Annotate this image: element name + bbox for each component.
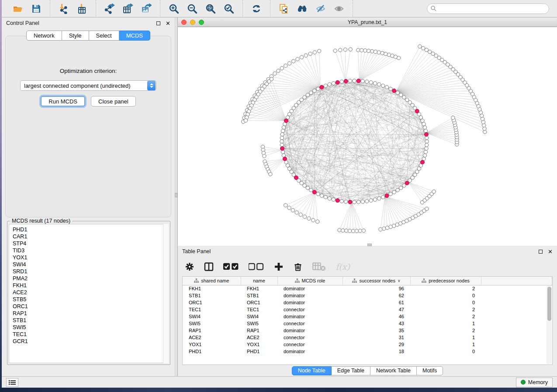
network-node[interactable] [287, 62, 291, 65]
mcds-node[interactable] [385, 194, 389, 198]
network-node[interactable] [423, 154, 426, 157]
mcds-node[interactable] [336, 199, 339, 203]
network-node[interactable] [356, 48, 360, 52]
table-row[interactable]: STB1STB1dominator620 [183, 292, 552, 299]
network-node[interactable] [324, 84, 327, 87]
network-node[interactable] [280, 136, 284, 140]
network-node[interactable] [295, 211, 298, 214]
zoom-fit-icon[interactable] [203, 2, 218, 15]
mcds-result-node[interactable]: PMA2 [13, 275, 168, 282]
network-node[interactable] [316, 192, 320, 196]
mcds-result-node[interactable]: STB5 [13, 296, 168, 303]
delete-column-icon[interactable] [293, 260, 303, 273]
network-node[interactable] [281, 129, 284, 133]
table-row[interactable]: ORC1ORC1dominator610 [183, 299, 552, 306]
network-node[interactable] [277, 69, 280, 72]
network-node[interactable] [424, 150, 427, 154]
column-header-successor-nodes[interactable]: successor nodes∨ [343, 277, 410, 285]
mcds-result-node[interactable]: STP4 [13, 240, 168, 247]
table-options-icon[interactable] [185, 260, 194, 273]
column-header-name[interactable]: name [241, 277, 277, 285]
network-node[interactable] [332, 198, 335, 201]
network-node[interactable] [379, 227, 382, 231]
network-node[interactable] [362, 229, 365, 232]
network-node[interactable] [370, 49, 374, 53]
network-node[interactable] [353, 79, 356, 83]
tab-node-table[interactable]: Node Table [292, 366, 332, 375]
table-row[interactable]: SWI5SWI5connector431 [183, 320, 552, 327]
network-node[interactable] [373, 198, 377, 201]
network-node[interactable] [396, 91, 399, 94]
table-row[interactable]: SWI4SWI4dominator462 [183, 313, 552, 320]
mcds-node[interactable] [280, 147, 284, 151]
network-node[interactable] [385, 86, 388, 89]
network-node[interactable] [296, 57, 299, 61]
network-node[interactable] [313, 89, 316, 93]
network-node[interactable] [355, 229, 358, 233]
mcds-result-node[interactable]: CAR1 [13, 233, 168, 240]
network-node[interactable] [422, 122, 426, 126]
mcds-result-node[interactable]: ORC1 [13, 303, 168, 310]
network-node[interactable] [381, 195, 385, 199]
network-node[interactable] [377, 196, 381, 200]
zoom-in-icon[interactable] [166, 2, 181, 15]
table-row[interactable]: YOX1YOX1connector291 [183, 341, 552, 348]
tab-network-table[interactable]: Network Table [370, 366, 417, 375]
mcds-result-node[interactable]: GCR1 [13, 338, 168, 345]
criterion-dropdown[interactable]: largest connected component (undirected) [20, 80, 156, 91]
network-node[interactable] [341, 229, 345, 232]
mcds-result-list[interactable]: PHD1CAR1STP4TID3YOX1SWI4SRD1PMA2FKH1ACE2… [9, 224, 169, 363]
network-node[interactable] [385, 226, 389, 230]
network-node[interactable] [280, 140, 284, 143]
network-node[interactable] [306, 186, 309, 189]
network-node[interactable] [300, 55, 303, 59]
export-table-icon[interactable] [121, 2, 135, 15]
network-node[interactable] [304, 54, 308, 57]
tab-select[interactable]: Select [89, 31, 119, 41]
panel-menu-button[interactable] [6, 378, 18, 387]
network-node[interactable] [381, 84, 385, 87]
close-panel-icon[interactable]: ✕ [548, 249, 553, 254]
network-node[interactable] [377, 83, 381, 86]
network-node[interactable] [344, 200, 348, 203]
network-node[interactable] [307, 217, 311, 220]
mcds-node[interactable] [284, 119, 288, 123]
network-node[interactable] [332, 82, 335, 85]
network-node[interactable] [349, 48, 352, 51]
save-session-icon[interactable] [29, 2, 44, 15]
network-node[interactable] [361, 79, 364, 83]
network-node[interactable] [425, 147, 428, 150]
mcds-node[interactable] [424, 132, 428, 136]
float-panel-icon[interactable] [539, 250, 543, 254]
network-node[interactable] [263, 154, 266, 158]
mcds-node[interactable] [405, 181, 409, 185]
network-node[interactable] [402, 96, 406, 99]
network-node[interactable] [303, 184, 306, 187]
tab-motifs[interactable]: Motifs [417, 366, 443, 375]
column-header-MCDS-role[interactable]: MCDS role [277, 277, 343, 285]
network-node[interactable] [365, 80, 369, 83]
clear-selection-checkbox-icon[interactable] [249, 260, 264, 273]
tab-edge-table[interactable]: Edge Table [332, 366, 370, 375]
network-node[interactable] [382, 227, 386, 230]
table-row[interactable]: PHD1PHD1dominator180 [183, 348, 552, 355]
network-node[interactable] [344, 229, 348, 232]
mcds-node[interactable] [336, 80, 339, 84]
network-node[interactable] [328, 196, 331, 200]
table-row[interactable]: FKH1FKH1dominator962 [183, 285, 552, 292]
network-node[interactable] [423, 126, 426, 129]
network-node[interactable] [425, 207, 429, 210]
table-row[interactable]: RAP1RAP1dominator352 [183, 327, 552, 334]
mcds-node[interactable] [348, 200, 352, 204]
mcds-result-node[interactable]: RAP1 [13, 310, 168, 317]
network-node[interactable] [309, 188, 313, 192]
mcds-result-node[interactable]: YOX1 [13, 254, 168, 261]
network-node[interactable] [373, 82, 377, 85]
network-node[interactable] [374, 50, 377, 53]
network-node[interactable] [405, 98, 409, 101]
network-node[interactable] [244, 119, 247, 122]
network-node[interactable] [306, 93, 309, 96]
show-columns-icon[interactable] [204, 260, 214, 273]
network-node[interactable] [273, 72, 277, 75]
tab-mcds[interactable]: MCDS [119, 31, 150, 41]
